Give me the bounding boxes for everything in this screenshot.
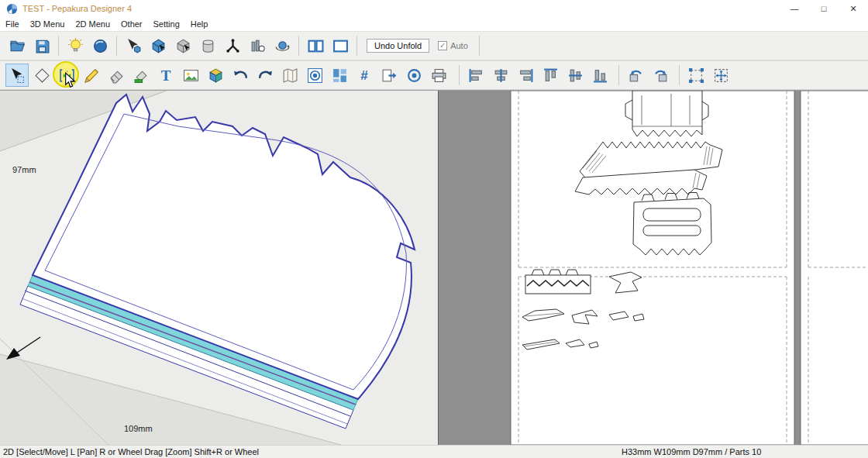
- part-numbers-button[interactable]: #: [353, 64, 376, 87]
- select-bbox-button[interactable]: [684, 64, 708, 87]
- 3d-view-panel[interactable]: 97mm 109mm: [0, 91, 438, 445]
- export-icon: [381, 67, 398, 84]
- rotate-right-button[interactable]: [649, 64, 672, 87]
- titlebar: TEST - Pepakura Designer 4 — □ ✕: [0, 0, 868, 17]
- rotate-left-icon: [628, 67, 644, 84]
- auto-checkbox-group[interactable]: ✓ Auto: [438, 41, 468, 50]
- toolbar-separator: [298, 36, 299, 56]
- open-file-button[interactable]: [5, 34, 29, 57]
- toolbar-separator: [58, 36, 59, 56]
- clear-marks-button[interactable]: [129, 64, 153, 87]
- printer-icon: [431, 67, 447, 84]
- select-3d-icon: [126, 38, 142, 54]
- menu-item-file[interactable]: File: [0, 19, 25, 29]
- two-pane-layout-button[interactable]: [304, 34, 327, 57]
- menu-item-2d-menu[interactable]: 2D Menu: [70, 19, 115, 29]
- rotate-right-icon: [653, 67, 669, 84]
- align-top-button[interactable]: [539, 64, 562, 87]
- close-button[interactable]: ✕: [839, 0, 868, 17]
- align-center-icon: [493, 67, 509, 84]
- primitive-solid-button[interactable]: [196, 34, 219, 57]
- toggle-light-button[interactable]: [64, 34, 87, 57]
- toolbar-separator: [116, 36, 117, 56]
- erase-line-button[interactable]: [105, 64, 128, 87]
- one-pane-layout-button[interactable]: [329, 34, 352, 57]
- menu-item-other[interactable]: Other: [115, 19, 148, 29]
- diamond-icon: [34, 67, 50, 84]
- draw-line-button[interactable]: [80, 64, 103, 87]
- image-icon: [183, 67, 199, 84]
- undo-button[interactable]: [229, 64, 252, 87]
- bars-icon: [250, 38, 266, 54]
- insert-image-button[interactable]: [179, 64, 202, 87]
- window-title: TEST - Pepakura Designer 4: [22, 4, 780, 13]
- maximize-button[interactable]: □: [809, 0, 839, 17]
- align-bottom-button[interactable]: [588, 64, 611, 87]
- align-bottom-icon: [592, 67, 608, 84]
- select-3d-button[interactable]: [122, 34, 145, 57]
- joint-tool-button[interactable]: [221, 34, 244, 57]
- 2d-view-panel[interactable]: [438, 91, 868, 445]
- minimize-button[interactable]: —: [780, 0, 809, 17]
- texture-cube-icon: [208, 67, 224, 84]
- polygon-select-button[interactable]: [30, 64, 53, 87]
- edit-model-3d-button[interactable]: [171, 34, 195, 57]
- parts-list-button[interactable]: [246, 34, 269, 57]
- joint-icon: [225, 38, 241, 54]
- menu-item-help[interactable]: Help: [185, 19, 214, 29]
- number-sign-icon: #: [360, 69, 367, 82]
- menu-item-3d-menu[interactable]: 3D Menu: [25, 19, 71, 29]
- text-tool-icon: T: [161, 68, 171, 83]
- toolbar-separator: [679, 65, 680, 85]
- app-window: TEST - Pepakura Designer 4 — □ ✕ File 3D…: [0, 0, 868, 458]
- align-left-icon: [468, 67, 484, 84]
- align-right-button[interactable]: [514, 64, 537, 87]
- open-sheet-button[interactable]: [278, 64, 301, 87]
- toolbar-separator: [479, 36, 480, 56]
- redo-button[interactable]: [253, 64, 277, 87]
- rotate-left-button[interactable]: [624, 64, 647, 87]
- 3d-model-canvas: [0, 91, 438, 445]
- arrange-parts-button[interactable]: [328, 64, 351, 87]
- toolbar-separator: [459, 65, 460, 85]
- mouse-cursor-icon: [62, 72, 78, 88]
- texture-box-button[interactable]: [204, 64, 227, 87]
- rotate-3d-view-button[interactable]: [88, 34, 112, 57]
- align-center-button[interactable]: [489, 64, 512, 87]
- menubar: File 3D Menu 2D Menu Other Setting Help: [0, 17, 868, 31]
- export-sheet-button[interactable]: [377, 64, 401, 87]
- auto-checkbox[interactable]: ✓: [438, 41, 447, 50]
- align-middle-icon: [567, 67, 584, 84]
- auto-checkbox-label: Auto: [450, 41, 468, 50]
- fit-bbox-button[interactable]: [709, 64, 732, 87]
- redo-icon: [257, 67, 274, 84]
- select-move-2d-button[interactable]: [5, 64, 29, 87]
- arrange-parts-icon: [332, 67, 348, 84]
- select-move-2d-icon: [9, 67, 26, 84]
- move-model-3d-button[interactable]: [146, 34, 170, 57]
- print-preview-icon: [406, 67, 422, 84]
- insert-text-button[interactable]: T: [154, 64, 177, 87]
- model-dimensions-text: H33mm W109mm D97mm / Parts 10: [622, 447, 761, 456]
- save-file-button[interactable]: [30, 34, 53, 57]
- orbit-view-button[interactable]: [270, 34, 294, 57]
- align-top-icon: [542, 67, 559, 84]
- align-middle-button[interactable]: [563, 64, 587, 87]
- focus-part-button[interactable]: [303, 64, 326, 87]
- print-button[interactable]: [427, 64, 450, 87]
- status-bar: 2D [Select/Move] L [Pan] R or Wheel Drag…: [0, 445, 868, 458]
- map-book-icon: [282, 67, 298, 84]
- blue-cube-icon: [150, 38, 167, 54]
- print-preview-button[interactable]: [402, 64, 425, 87]
- divide-connect-edges-button[interactable]: [55, 64, 78, 87]
- open-file-icon: [9, 38, 26, 54]
- status-hint-text: 2D [Select/Move] L [Pan] R or Wheel Drag…: [3, 447, 259, 456]
- undo-icon: [232, 67, 249, 84]
- focus-part-icon: [307, 67, 323, 84]
- undo-unfold-button[interactable]: Undo Unfold: [367, 39, 429, 53]
- app-logo-icon: [6, 3, 18, 15]
- menu-item-setting[interactable]: Setting: [148, 19, 185, 29]
- cylinder-icon: [200, 38, 216, 54]
- align-left-button[interactable]: [464, 64, 487, 87]
- height-dimension-label: 97mm: [12, 165, 36, 174]
